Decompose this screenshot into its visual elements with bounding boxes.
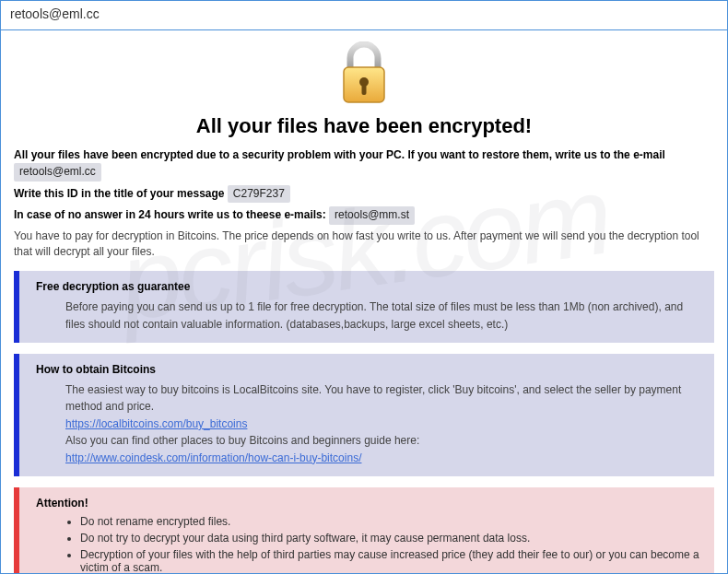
attention-list: Do not rename encrypted files. Do not tr… <box>36 515 701 574</box>
intro-line3: In case of no answer in 24 hours write u… <box>14 206 714 224</box>
intro-line1-text: All your files have been encrypted due t… <box>14 148 665 161</box>
content-pane[interactable]: pcrisk.com <box>1 30 727 573</box>
bitcoin-link-1[interactable]: https://localbitcoins.com/buy_bitcoins <box>65 417 247 430</box>
id-chip: C279F237 <box>228 185 290 203</box>
intro-line1: All your files have been encrypted due t… <box>14 147 714 182</box>
window-frame: retools@eml.cc pcrisk.com <box>0 0 728 574</box>
section-attention-title: Attention! <box>36 497 701 510</box>
section-obtain-body: The easiest way to buy bitcoins is Local… <box>36 381 701 467</box>
section-obtain-title: How to obtain Bitcoins <box>36 363 701 376</box>
obtain-line1: The easiest way to buy bitcoins is Local… <box>65 381 701 416</box>
intro-line2: Write this ID in the title of your messa… <box>14 185 714 203</box>
section-free-body: Before paying you can send us up to 1 fi… <box>36 299 701 333</box>
attention-item: Do not rename encrypted files. <box>80 515 701 528</box>
obtain-line2: Also you can find other places to buy Bi… <box>65 432 701 450</box>
window-title: retools@eml.cc <box>10 6 100 21</box>
bitcoin-link-2[interactable]: http://www.coindesk.com/information/how-… <box>65 451 361 464</box>
attention-item: Decryption of your files with the help o… <box>80 548 701 574</box>
email-chip-1: retools@eml.cc <box>14 163 101 181</box>
title-bar[interactable]: retools@eml.cc <box>1 1 727 30</box>
intro-line4: You have to pay for decryption in Bitcoi… <box>14 228 714 261</box>
headline: All your files have been encrypted! <box>14 114 714 138</box>
hero: All your files have been encrypted! <box>14 41 714 138</box>
section-free-title: Free decryption as guarantee <box>36 280 701 293</box>
section-attention: Attention! Do not rename encrypted files… <box>14 487 714 574</box>
intro-line3-text: In case of no answer in 24 hours write u… <box>14 208 329 221</box>
section-obtain-bitcoins: How to obtain Bitcoins The easiest way t… <box>14 354 714 476</box>
svg-rect-2 <box>362 84 367 95</box>
attention-item: Do not try to decrypt your data using th… <box>80 532 701 545</box>
section-free-decryption: Free decryption as guarantee Before payi… <box>14 271 714 342</box>
intro-line2-text: Write this ID in the title of your messa… <box>14 187 228 200</box>
lock-icon <box>336 96 392 109</box>
email-chip-2: retools@mm.st <box>329 206 415 224</box>
